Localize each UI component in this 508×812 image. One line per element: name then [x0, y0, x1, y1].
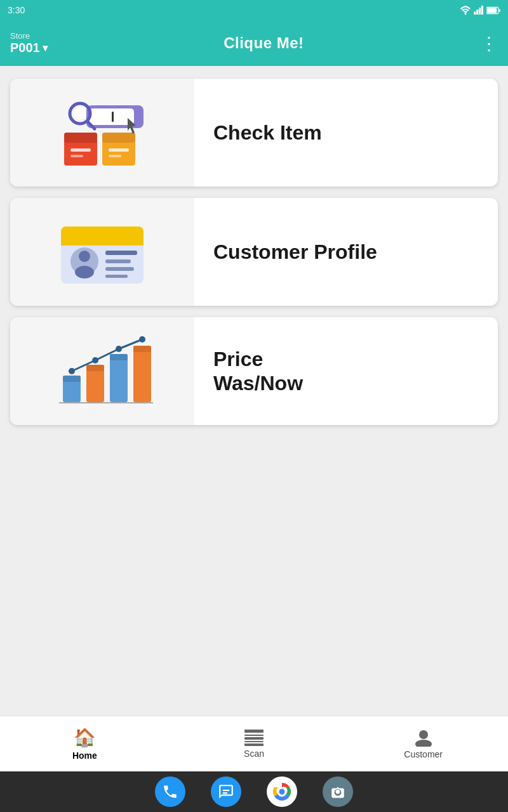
check-item-label: Check Item [194, 108, 498, 157]
svg-rect-47 [244, 735, 264, 736]
svg-rect-15 [109, 155, 121, 157]
svg-point-44 [116, 346, 122, 352]
svg-rect-10 [70, 148, 91, 152]
svg-point-43 [92, 357, 98, 363]
customer-profile-label: Customer Profile [194, 227, 498, 277]
price-wasnow-icon-area [10, 317, 194, 425]
svg-rect-31 [105, 267, 134, 271]
svg-rect-1 [474, 11, 476, 15]
svg-rect-36 [86, 365, 104, 371]
price-wasnow-label: Price Was/Now [194, 334, 498, 409]
customer-profile-icon [51, 214, 153, 290]
svg-point-42 [69, 368, 75, 374]
svg-rect-7 [499, 9, 500, 11]
wifi-icon [460, 6, 471, 15]
svg-rect-30 [105, 259, 131, 263]
svg-point-27 [79, 251, 90, 262]
svg-rect-50 [244, 743, 264, 746]
customer-label: Customer [404, 749, 443, 759]
svg-rect-18 [112, 112, 114, 122]
scan-icon [244, 730, 264, 746]
svg-rect-54 [223, 792, 228, 794]
svg-point-51 [419, 730, 428, 739]
svg-rect-39 [133, 346, 151, 402]
svg-rect-34 [63, 376, 81, 382]
store-label: Store [10, 31, 48, 41]
check-item-icon [51, 91, 153, 174]
svg-rect-6 [487, 8, 497, 13]
nav-home[interactable]: 🏠 Home [0, 727, 170, 761]
app-bar: Store P001 Clique Me! ⋮ [0, 20, 508, 66]
store-id[interactable]: P001 [10, 41, 48, 55]
home-icon: 🏠 [74, 727, 96, 748]
battery-icon [486, 6, 500, 15]
check-item-icon-area [10, 79, 194, 187]
app-title: Clique Me! [224, 34, 304, 52]
svg-rect-2 [476, 10, 478, 15]
svg-point-20 [74, 107, 86, 120]
svg-point-58 [279, 789, 285, 795]
svg-point-52 [415, 740, 432, 747]
signal-icon [474, 6, 484, 15]
camera-app-icon[interactable] [323, 776, 353, 807]
scan-label: Scan [244, 749, 264, 759]
customer-profile-card[interactable]: Customer Profile [10, 198, 498, 306]
svg-rect-37 [110, 354, 128, 402]
svg-point-45 [139, 336, 145, 343]
chrome-app-icon[interactable] [267, 776, 297, 807]
android-dock [0, 771, 508, 812]
store-info[interactable]: Store P001 [10, 31, 48, 55]
svg-point-28 [75, 266, 94, 278]
price-wasnow-icon [51, 330, 153, 412]
status-bar: 3:30 [0, 0, 508, 20]
svg-rect-9 [64, 133, 97, 143]
customer-profile-icon-area [10, 198, 194, 306]
svg-rect-38 [110, 354, 128, 360]
svg-rect-14 [109, 148, 129, 152]
phone-app-icon[interactable] [155, 776, 185, 807]
status-icons [460, 6, 500, 15]
svg-rect-4 [481, 6, 483, 15]
nav-scan[interactable]: Scan [170, 730, 339, 759]
svg-rect-49 [244, 741, 264, 742]
svg-rect-32 [105, 275, 128, 278]
bottom-nav: 🏠 Home Scan Customer [0, 716, 508, 771]
check-item-card[interactable]: Check Item [10, 79, 498, 187]
svg-rect-25 [61, 238, 144, 246]
svg-rect-29 [105, 251, 137, 255]
svg-rect-48 [244, 737, 264, 740]
status-time: 3:30 [8, 5, 25, 15]
price-wasnow-card[interactable]: Price Was/Now [10, 317, 498, 425]
svg-rect-40 [133, 346, 151, 352]
svg-rect-53 [223, 790, 230, 791]
svg-rect-13 [102, 133, 135, 143]
svg-point-0 [465, 13, 467, 15]
home-label: Home [72, 750, 97, 761]
messages-app-icon[interactable] [211, 776, 241, 807]
svg-rect-11 [70, 155, 83, 157]
more-vert-icon[interactable]: ⋮ [480, 33, 498, 54]
customer-icon [415, 729, 432, 747]
svg-rect-3 [479, 8, 481, 15]
svg-rect-46 [244, 730, 264, 733]
nav-customer[interactable]: Customer [338, 729, 508, 759]
main-content: Check Item [0, 66, 508, 716]
